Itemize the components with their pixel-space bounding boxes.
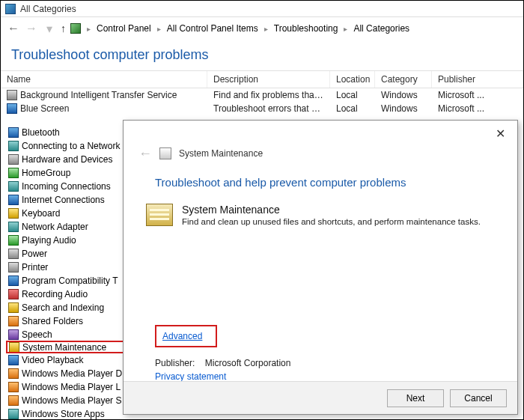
window-titlebar: All Categories bbox=[1, 1, 523, 17]
chevron-right-icon: ▸ bbox=[156, 25, 162, 33]
maintenance-icon bbox=[146, 204, 173, 226]
table-row[interactable]: Background Intelligent Transfer ServiceF… bbox=[1, 88, 523, 102]
item-icon bbox=[8, 181, 19, 192]
list-item[interactable]: Windows Media Player L bbox=[8, 380, 135, 393]
list-item-label: System Maintenance bbox=[22, 342, 106, 353]
list-item[interactable]: Program Compatibility T bbox=[8, 274, 135, 287]
chevron-right-icon: ▸ bbox=[342, 25, 349, 33]
item-icon bbox=[8, 329, 19, 340]
row-location: Local bbox=[330, 102, 375, 115]
list-item-label: Connecting to a Network bbox=[22, 141, 120, 151]
breadcrumb-item[interactable]: Control Panel bbox=[97, 23, 151, 34]
column-header-description[interactable]: Description bbox=[207, 71, 330, 88]
row-publisher: Microsoft ... bbox=[432, 102, 523, 115]
list-item[interactable]: Internet Connections bbox=[8, 193, 135, 206]
item-icon bbox=[8, 355, 19, 365]
row-description: Troubleshoot errors that cause Wi... bbox=[207, 102, 330, 115]
list-item[interactable]: Bluetooth bbox=[8, 126, 135, 139]
list-item[interactable]: Windows Media Player S bbox=[8, 394, 135, 407]
list-item-label: HomeGroup bbox=[22, 168, 70, 178]
list-item[interactable]: Incoming Connections bbox=[8, 180, 135, 192]
list-item[interactable]: Video Playback bbox=[8, 353, 135, 366]
row-publisher: Microsoft ... bbox=[432, 88, 523, 102]
item-icon bbox=[8, 249, 19, 259]
item-icon bbox=[8, 289, 19, 299]
list-item[interactable]: Connecting to a Network bbox=[8, 139, 135, 152]
list-item-label: Windows Media Player D bbox=[22, 368, 122, 379]
breadcrumb-root-icon[interactable] bbox=[70, 23, 81, 34]
window-system-icon bbox=[5, 4, 16, 14]
list-item[interactable]: System Maintenance bbox=[6, 341, 138, 353]
list-item-label: Shared Folders bbox=[22, 316, 83, 326]
item-icon bbox=[8, 368, 19, 379]
item-icon bbox=[8, 141, 19, 151]
dialog-body: Find and clean up unused files and short… bbox=[182, 217, 481, 226]
list-item-label: Recording Audio bbox=[22, 289, 88, 299]
nav-bar: ← → ▾ ↑ ▸ Control Panel ▸ All Control Pa… bbox=[1, 17, 523, 40]
list-item[interactable]: Power bbox=[8, 247, 135, 260]
breadcrumb-item[interactable]: Troubleshooting bbox=[274, 23, 338, 34]
next-button[interactable]: Next bbox=[387, 389, 444, 407]
breadcrumb-item[interactable]: All Control Panel Items bbox=[167, 23, 258, 34]
list-item[interactable]: Windows Store Apps bbox=[8, 407, 135, 420]
table-row[interactable]: Blue ScreenTroubleshoot errors that caus… bbox=[1, 102, 523, 115]
publisher-label: Publisher: bbox=[155, 358, 195, 368]
list-item-label: Hardware and Devices bbox=[22, 154, 112, 165]
up-button[interactable]: ↑ bbox=[61, 22, 66, 34]
item-icon bbox=[8, 276, 19, 286]
list-item-label: Video Playback bbox=[22, 355, 84, 365]
list-item-label: Keyboard bbox=[22, 208, 60, 219]
wizard-icon bbox=[159, 147, 171, 159]
list-item[interactable]: Recording Audio bbox=[8, 287, 135, 300]
dialog-back-icon[interactable]: ← bbox=[138, 146, 152, 162]
item-icon bbox=[7, 90, 17, 100]
item-icon bbox=[7, 103, 17, 114]
item-icon bbox=[8, 127, 19, 138]
item-icon bbox=[9, 342, 19, 353]
item-icon bbox=[8, 409, 19, 419]
troubleshooter-rows: Background Intelligent Transfer ServiceF… bbox=[1, 88, 523, 115]
list-item-label: Printer bbox=[22, 262, 48, 273]
recent-dropdown-icon[interactable]: ▾ bbox=[43, 22, 56, 36]
breadcrumb-item[interactable]: All Categories bbox=[353, 23, 409, 34]
privacy-link[interactable]: Privacy statement bbox=[155, 371, 226, 382]
forward-button[interactable]: → bbox=[25, 22, 38, 35]
cancel-button[interactable]: Cancel bbox=[450, 389, 507, 407]
list-item-label: Incoming Connections bbox=[22, 181, 111, 192]
chevron-right-icon: ▸ bbox=[263, 25, 269, 33]
dialog-title: System Maintenance bbox=[182, 204, 481, 216]
close-icon[interactable]: ✕ bbox=[491, 125, 510, 142]
item-icon bbox=[8, 168, 19, 178]
publisher-value: Microsoft Corporation bbox=[205, 358, 291, 368]
row-category: Windows bbox=[375, 102, 432, 115]
advanced-link[interactable]: Advanced bbox=[162, 331, 202, 341]
list-item[interactable]: Windows Media Player D bbox=[8, 367, 135, 380]
list-item[interactable]: Network Adapter bbox=[8, 220, 135, 233]
list-item[interactable]: HomeGroup bbox=[8, 166, 135, 179]
back-button[interactable]: ← bbox=[7, 22, 20, 35]
column-header-name[interactable]: Name bbox=[1, 71, 207, 88]
dialog-titlebar: ✕ bbox=[124, 121, 517, 146]
privacy-row: Privacy statement bbox=[124, 371, 517, 382]
list-item[interactable]: Playing Audio bbox=[8, 234, 135, 246]
list-item-label: Playing Audio bbox=[22, 235, 76, 246]
list-item-label: Program Compatibility T bbox=[22, 276, 118, 286]
dialog-header-text: System Maintenance bbox=[179, 148, 263, 159]
item-icon bbox=[8, 154, 19, 165]
list-item[interactable]: Speech bbox=[8, 328, 135, 341]
list-item-label: Internet Connections bbox=[22, 195, 105, 205]
item-icon bbox=[8, 382, 19, 392]
window-title: All Categories bbox=[20, 4, 76, 14]
list-item-label: Search and Indexing bbox=[22, 302, 104, 313]
column-header-location[interactable]: Location bbox=[330, 71, 375, 88]
list-item[interactable]: Hardware and Devices bbox=[8, 153, 135, 165]
list-item-label: Windows Store Apps bbox=[22, 409, 105, 419]
item-icon bbox=[8, 302, 19, 313]
column-header-publisher[interactable]: Publisher bbox=[432, 71, 523, 88]
list-item[interactable]: Printer bbox=[8, 261, 135, 273]
list-item[interactable]: Keyboard bbox=[8, 207, 135, 219]
list-item[interactable]: Shared Folders bbox=[8, 314, 135, 327]
list-item[interactable]: Search and Indexing bbox=[8, 301, 135, 314]
column-header-category[interactable]: Category bbox=[375, 71, 432, 88]
item-icon bbox=[8, 262, 19, 273]
